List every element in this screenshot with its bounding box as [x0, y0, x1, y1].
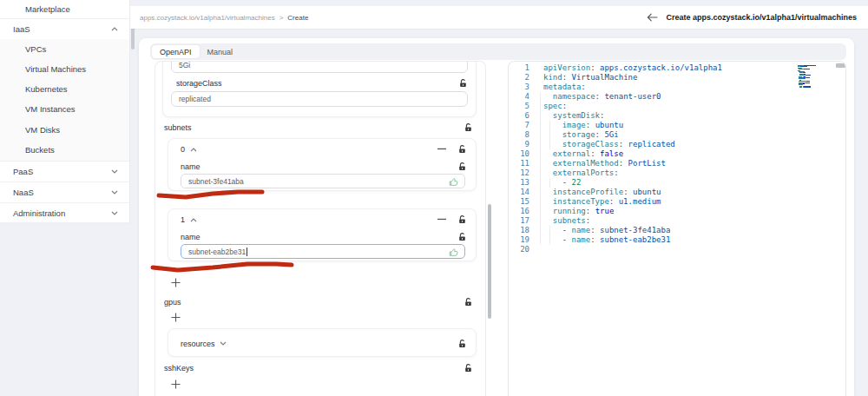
tab-label: OpenAPI — [160, 48, 192, 56]
code-line: 16 running: true — [509, 207, 845, 216]
sidebar-item-vpcs[interactable]: VPCs — [0, 39, 129, 59]
app-root: Marketplace IaaS VPCs Virtual Machines K… — [0, 0, 868, 396]
input-value: subnet-3fe41aba — [188, 177, 244, 186]
lock-icon — [458, 145, 466, 154]
sidebar-group-label: IaaS — [13, 24, 30, 34]
subnet-index: 1 — [181, 215, 185, 224]
code-line: 20 — [509, 245, 845, 254]
subnet-item-card-1: 1 name subnet-eab2be31 — [168, 208, 477, 261]
input-value: 5Gi — [179, 61, 190, 69]
sidebar-item-label: VPCs — [25, 44, 46, 54]
sidebar-item-marketplace[interactable]: Marketplace — [0, 0, 129, 18]
sidebar-iaas-submenu: VPCs Virtual Machines Kubernetes VM Inst… — [0, 39, 129, 161]
field-label-gpus: gpus — [164, 298, 181, 307]
resources-card: resources — [168, 328, 477, 357]
resources-collapse-toggle[interactable]: resources — [181, 329, 227, 358]
tab-openapi[interactable]: OpenAPI — [152, 45, 200, 58]
code-line: 13 - 22 — [509, 178, 845, 188]
subnet-index: 0 — [181, 145, 185, 154]
sidebar-group-label: PaaS — [13, 167, 33, 176]
sidebar-item-label: VM Instances — [25, 104, 76, 114]
code-line: 18 - name: subnet-3fe41aba — [509, 226, 845, 235]
chevron-down-icon — [111, 211, 118, 215]
sidebar-item-vm-disks[interactable]: VM Disks — [0, 120, 129, 140]
sidebar-item-buckets[interactable]: Buckets — [0, 140, 129, 160]
sidebar-group-label: Administration — [13, 208, 65, 218]
code-line: 8 storage: 5Gi — [509, 130, 845, 140]
breadcrumb-current: Create — [287, 14, 308, 22]
form-scrollbar[interactable] — [488, 204, 491, 319]
code-line: 5spec: — [509, 102, 845, 111]
breadcrumb: apps.cozystack.io/v1alpha1/virtualmachin… — [140, 14, 308, 22]
sidebar-group-paas[interactable]: PaaS — [0, 161, 129, 182]
sidebar-group-naas[interactable]: NaaS — [0, 182, 129, 202]
subnet-0-name-input[interactable]: subnet-3fe41aba — [181, 174, 465, 188]
resources-label: resources — [181, 340, 215, 348]
chevron-up-icon — [111, 27, 118, 31]
add-gpu-button[interactable] — [169, 311, 182, 324]
storageclass-input[interactable]: replicated — [171, 91, 468, 107]
chevron-up-icon — [190, 218, 197, 222]
sidebar-item-vm-instances[interactable]: VM Instances — [0, 99, 129, 119]
lock-icon — [464, 364, 472, 373]
sidebar-item-label: Virtual Machines — [25, 64, 86, 74]
minimap[interactable] — [798, 65, 827, 93]
breadcrumb-separator: > — [279, 14, 284, 22]
lock-icon — [464, 298, 472, 307]
page-title: Create apps.cozystack.io/v1alpha1/virtua… — [666, 13, 857, 22]
content-card: OpenAPI Manual 5Gi storageClass replicat… — [139, 38, 854, 396]
code-line: 6 systemDisk: — [509, 111, 845, 121]
code-line: 9 storageClass: replicated — [509, 140, 845, 149]
sidebar-item-label: Kubernetes — [25, 84, 68, 94]
input-value: subnet-eab2be31 — [188, 248, 246, 256]
storage-input[interactable]: 5Gi — [171, 61, 468, 73]
sidebar-item-virtual-machines[interactable]: Virtual Machines — [0, 59, 129, 79]
lock-icon — [458, 340, 466, 348]
sidebar-item-kubernetes[interactable]: Kubernetes — [0, 79, 129, 99]
remove-subnet-button[interactable] — [437, 148, 446, 150]
text-cursor — [247, 248, 247, 256]
code-line: 19 - name: subnet-eab2be31 — [509, 235, 845, 245]
add-subnet-button[interactable] — [169, 276, 182, 289]
title-wrap: Create apps.cozystack.io/v1alpha1/virtua… — [647, 13, 857, 22]
code-line: 10 external: false — [509, 149, 845, 159]
add-sshkey-button[interactable] — [169, 378, 182, 391]
field-label-sshkeys: sshKeys — [164, 364, 194, 373]
chevron-down-icon — [111, 190, 118, 195]
tab-bar: OpenAPI Manual — [150, 43, 846, 60]
sidebar-item-label: Buckets — [25, 145, 55, 155]
chevron-up-icon — [190, 148, 197, 152]
tab-label: Manual — [207, 48, 233, 56]
code-line: 15 instanceType: u1.medium — [509, 197, 845, 207]
code-line: 1apiVersion: apps.cozystack.io/v1alpha1 — [509, 63, 845, 73]
field-label-name: name — [181, 233, 201, 241]
lock-icon — [458, 162, 466, 171]
sidebar-item-label: Marketplace — [25, 4, 70, 14]
subnet-1-collapse-toggle[interactable]: 1 — [181, 215, 197, 224]
field-label-name: name — [181, 162, 201, 171]
thumb-up-icon — [449, 177, 458, 187]
openapi-form-panel: 5Gi storageClass replicated subnets 0 na… — [155, 61, 486, 396]
code-line: 14 instanceProfile: ubuntu — [509, 188, 845, 197]
page-header: apps.cozystack.io/v1alpha1/virtualmachin… — [130, 6, 868, 29]
lock-icon — [458, 233, 466, 241]
chevron-down-icon — [220, 341, 227, 346]
sidebar-group-iaas[interactable]: IaaS — [0, 18, 129, 39]
yaml-editor[interactable]: 1apiVersion: apps.cozystack.io/v1alpha12… — [508, 61, 846, 396]
sidebar-group-administration[interactable]: Administration — [0, 202, 129, 223]
subnet-0-collapse-toggle[interactable]: 0 — [181, 145, 197, 154]
code-line: 11 externalMethod: PortList — [509, 159, 845, 168]
sidebar: Marketplace IaaS VPCs Virtual Machines K… — [0, 0, 130, 223]
code-line: 17 subnets: — [509, 216, 845, 226]
subnet-1-name-input[interactable]: subnet-eab2be31 — [181, 244, 465, 259]
code-line: 2kind: VirtualMachine — [509, 73, 845, 82]
tab-manual[interactable]: Manual — [200, 45, 241, 58]
breadcrumb-root[interactable]: apps.cozystack.io/v1alpha1/virtualmachin… — [140, 14, 275, 22]
code-line: 4 namespace: tenant-user0 — [509, 92, 845, 102]
minimap-slider[interactable] — [836, 63, 845, 68]
field-label-storageclass: storageClass — [176, 79, 222, 88]
remove-subnet-button[interactable] — [437, 218, 446, 221]
back-arrow-icon[interactable] — [647, 13, 658, 22]
code-line: 7 image: ubuntu — [509, 121, 845, 130]
sidebar-item-label: VM Disks — [25, 125, 60, 135]
